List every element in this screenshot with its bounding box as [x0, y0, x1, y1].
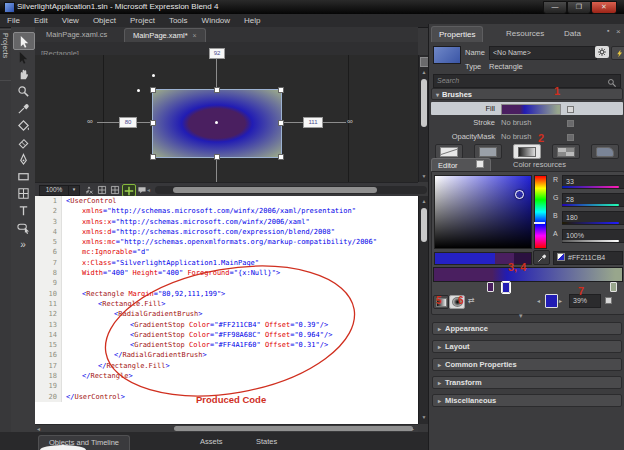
code-line[interactable]: 6mc:Ignorable="d"	[35, 247, 418, 257]
code-line[interactable]: 3xmlns:x="http://schemas.microsoft.com/w…	[35, 217, 418, 227]
reverse-stops-icon[interactable]: ⇄	[468, 296, 475, 305]
section-common-properties[interactable]: ▸Common Properties	[432, 358, 622, 371]
design-surface[interactable]: ∞ ∞ 80 111 92	[35, 55, 418, 182]
tab-mainpage-xaml-cs[interactable]: MainPage.xaml.cs	[38, 28, 115, 42]
code-line[interactable]: 16</RadialGradientBrush>	[35, 350, 418, 360]
menu-item-edit[interactable]: Edit	[27, 14, 55, 27]
code-line[interactable]: 13<GradientStop Color="#FF211CB4" Offset…	[35, 320, 418, 330]
resize-handle-e[interactable]	[278, 120, 284, 126]
properties-view-button[interactable]	[595, 46, 609, 58]
events-view-button[interactable]	[611, 46, 624, 60]
section-appearance[interactable]: ▸Appearance	[432, 322, 622, 335]
color-format-icon[interactable]	[557, 253, 565, 261]
code-line[interactable]: 18</Rectangle>	[35, 371, 418, 381]
resize-handle-se[interactable]	[278, 154, 284, 160]
opacitymask-brush-row[interactable]: OpacityMask No brush	[431, 130, 623, 143]
menu-item-file[interactable]: File	[0, 14, 27, 27]
margin-badge-top[interactable]: 92	[209, 48, 225, 59]
section-layout[interactable]: ▸Layout	[432, 340, 622, 353]
assets-more-tool[interactable]: »	[13, 236, 33, 252]
resize-handle-nw[interactable]	[150, 87, 156, 93]
gradient-adorner-dot-2[interactable]	[137, 89, 140, 92]
code-line[interactable]: 8Width="400" Height="400" Foreground="{x…	[35, 268, 418, 278]
grid-tool[interactable]	[13, 185, 33, 201]
eyedropper-tool[interactable]	[13, 100, 33, 116]
code-line[interactable]: 10<Rectangle Margin="80,92,111,199">	[35, 289, 418, 299]
scrollbar-thumb[interactable]	[173, 187, 377, 193]
code-line[interactable]: 12<RadialGradientBrush>	[35, 309, 418, 319]
resize-handle-ne[interactable]	[278, 87, 284, 93]
alpha-slider[interactable]	[562, 240, 619, 242]
tab-assets[interactable]: Assets	[190, 435, 233, 450]
color-selector-ring[interactable]	[515, 190, 524, 199]
eyedropper-button[interactable]	[533, 250, 550, 265]
gradient-stop-marker[interactable]	[487, 282, 494, 292]
xaml-code-editor[interactable]: 1<UserControl2xmlns="http://schemas.micr…	[35, 196, 418, 424]
close-button[interactable]: ✕	[591, 1, 617, 14]
code-line[interactable]: 2xmlns="http://schemas.microsoft.com/win…	[35, 206, 418, 216]
hue-marker[interactable]	[534, 222, 545, 224]
gradient-adorner-dot-1[interactable]	[152, 74, 155, 77]
tab-mainpage-xaml[interactable]: MainPage.xaml*×	[124, 28, 206, 43]
stroke-advanced-peg[interactable]	[567, 120, 574, 127]
blue-slider[interactable]	[562, 222, 619, 224]
fill-gradient-swatch[interactable]	[501, 104, 561, 115]
tile-brush-button[interactable]	[552, 144, 580, 159]
maximize-button[interactable]: ❐	[567, 1, 591, 14]
menu-item-tools[interactable]: Tools	[162, 14, 195, 27]
resize-handle-sw[interactable]	[150, 154, 156, 160]
panel-close-icon[interactable]: ×	[616, 27, 621, 36]
gradient-brush-button[interactable]	[513, 144, 541, 159]
solid-brush-button[interactable]	[474, 144, 502, 159]
code-line[interactable]: 7x:Class="SilverlightApplication1.MainPa…	[35, 258, 418, 268]
code-line[interactable]: 19	[35, 381, 418, 391]
name-input[interactable]: <No Name>	[489, 46, 597, 60]
margin-badge-left[interactable]: 80	[119, 117, 137, 128]
stroke-brush-row[interactable]: Stroke No brush	[431, 116, 623, 129]
menu-item-object[interactable]: Object	[86, 14, 123, 27]
gradient-center-handle[interactable]	[215, 121, 218, 124]
tab-color-resources[interactable]: Color resources	[507, 158, 572, 171]
zoom-tool[interactable]	[13, 83, 33, 99]
section-miscellaneous[interactable]: ▸Miscellaneous	[432, 394, 622, 407]
brushes-section-header[interactable]: ▾Brushes	[431, 88, 623, 100]
menu-item-project[interactable]: Project	[123, 14, 162, 27]
tab-states[interactable]: States	[246, 435, 287, 450]
pan-tool[interactable]	[13, 66, 33, 82]
code-line[interactable]: 17</Rectangle.Fill>	[35, 361, 418, 371]
no-brush-button[interactable]	[435, 144, 463, 159]
button-tool[interactable]	[13, 219, 33, 235]
code-line[interactable]: 9	[35, 278, 418, 288]
fill-advanced-peg[interactable]	[567, 106, 574, 113]
design-rectangle[interactable]	[152, 89, 282, 158]
direct-selection-tool[interactable]	[13, 49, 33, 65]
zoom-dropdown-icon[interactable]: ▾	[68, 185, 80, 196]
saturation-value-picker[interactable]	[434, 175, 532, 249]
resize-handle-w[interactable]	[150, 120, 156, 126]
menu-item-window[interactable]: Window	[195, 14, 237, 27]
red-slider[interactable]	[562, 186, 619, 188]
pin-icon[interactable]: ▪	[607, 27, 609, 34]
gradient-stop-marker[interactable]	[502, 282, 510, 293]
opacitymask-advanced-peg[interactable]	[567, 134, 574, 141]
resize-handle-s[interactable]	[214, 154, 220, 160]
paint-bucket-tool[interactable]	[13, 117, 33, 133]
brush-resource-button[interactable]	[591, 144, 619, 159]
stop-offset-field[interactable]: 39%	[569, 294, 601, 308]
menu-item-view[interactable]: View	[55, 14, 86, 27]
selected-stop-chip[interactable]	[545, 294, 558, 308]
rectangle-tool[interactable]	[13, 168, 33, 184]
previous-stop-icon[interactable]: ◂	[537, 297, 540, 304]
search-input[interactable]: Search	[433, 74, 621, 88]
code-line[interactable]: 20</UserControl>	[35, 392, 418, 402]
code-line[interactable]: 5xmlns:mc="http://schemas.openxmlformats…	[35, 237, 418, 247]
next-stop-icon[interactable]: ▸	[559, 297, 562, 304]
minimize-button[interactable]: —	[543, 1, 567, 14]
margin-badge-right[interactable]: 111	[303, 117, 323, 128]
expander-chevron-icon[interactable]: ▾	[519, 312, 523, 320]
hscroll-left-icon[interactable]: ◂	[147, 186, 150, 193]
section-transform[interactable]: ▸Transform	[432, 376, 622, 389]
scrollbar-thumb[interactable]	[421, 208, 427, 242]
selection-tool[interactable]	[13, 32, 35, 50]
fill-brush-row[interactable]: Fill	[431, 102, 623, 115]
